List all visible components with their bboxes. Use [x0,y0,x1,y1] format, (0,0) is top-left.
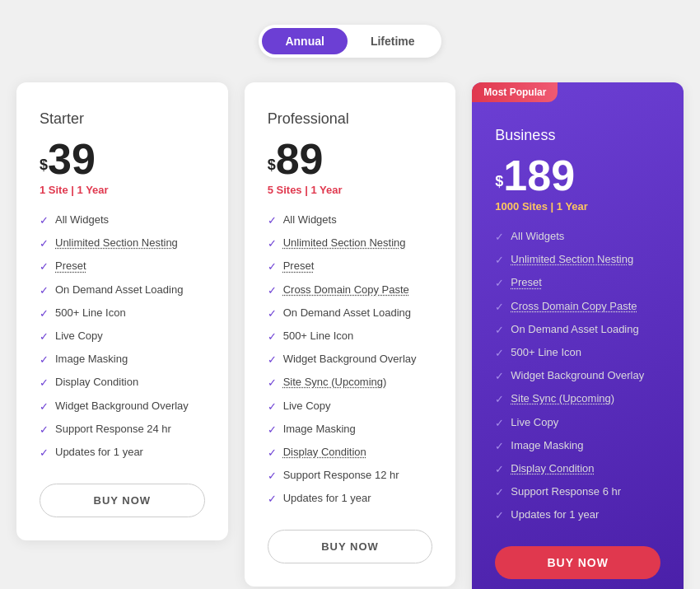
check-icon: ✓ [40,353,49,367]
check-icon: ✓ [495,416,504,431]
lifetime-toggle-btn[interactable]: Lifetime [348,28,438,54]
feature-item: ✓ Cross Domain Copy Paste [268,283,433,298]
price-row: $ 89 [268,138,433,180]
feature-item: ✓ Preset [495,275,660,291]
most-popular-badge: Most Popular [472,82,558,102]
buy-now-button[interactable]: BUY NOW [40,484,205,517]
check-icon: ✓ [268,446,277,460]
price-amount: 39 [48,138,96,180]
feature-text: All Widgets [511,229,564,244]
feature-text: Site Sync (Upcoming) [511,391,614,406]
currency-symbol: $ [495,173,503,190]
pricing-cards: Starter $ 39 1 Site | 1 Year ✓ All Widge… [16,82,684,589]
feature-text: Live Copy [283,399,331,414]
feature-text: 500+ Line Icon [511,345,581,360]
feature-item: ✓ Support Response 6 hr [495,484,660,500]
feature-text: Live Copy [55,329,103,344]
check-icon: ✓ [495,439,504,454]
feature-text: Preset [55,259,86,273]
feature-item: ✓ On Demand Asset Loading [268,306,433,321]
feature-text: Support Response 24 hr [55,422,171,437]
check-icon: ✓ [495,300,504,315]
plan-card-starter: Starter $ 39 1 Site | 1 Year ✓ All Widge… [16,82,228,540]
buy-now-button[interactable]: BUY NOW [495,546,660,579]
check-icon: ✓ [40,376,49,390]
check-icon: ✓ [268,376,277,390]
check-icon: ✓ [268,306,277,321]
check-icon: ✓ [495,369,504,384]
check-icon: ✓ [268,259,277,274]
feature-text: All Widgets [55,213,109,227]
check-icon: ✓ [268,353,277,367]
check-icon: ✓ [495,276,504,291]
feature-item: ✓ Support Response 24 hr [40,422,205,437]
feature-item: ✓ On Demand Asset Loading [40,283,205,298]
feature-item: ✓ 500+ Line Icon [268,329,433,344]
feature-item: ✓ Support Response 12 hr [268,468,433,484]
feature-text: On Demand Asset Loading [283,306,411,320]
check-icon: ✓ [40,306,49,321]
feature-text: Widget Background Overlay [283,352,417,367]
feature-text: Preset [283,259,315,273]
features-list: ✓ All Widgets ✓ Unlimited Section Nestin… [268,213,433,507]
feature-item: ✓ Unlimited Section Nesting [268,236,433,251]
features-list: ✓ All Widgets ✓ Unlimited Section Nestin… [495,229,660,523]
check-icon: ✓ [40,423,49,437]
price-row: $ 39 [40,138,205,180]
check-icon: ✓ [495,346,504,361]
feature-item: ✓ Live Copy [495,415,660,431]
currency-symbol: $ [268,157,276,174]
check-icon: ✓ [495,230,504,245]
feature-item: ✓ 500+ Line Icon [495,345,660,361]
check-icon: ✓ [40,259,49,274]
feature-text: Unlimited Section Nesting [283,236,406,250]
sites-label: 1 Site | 1 Year [40,184,205,196]
check-icon: ✓ [40,236,49,251]
feature-item: ✓ Updates for 1 year [495,507,660,523]
check-icon: ✓ [40,330,49,344]
billing-toggle: Annual Lifetime [259,25,441,58]
feature-item: ✓ Preset [268,259,433,274]
feature-item: ✓ Updates for 1 year [268,491,433,507]
feature-item: ✓ Display Condition [40,375,205,390]
check-icon: ✓ [495,485,504,500]
feature-text: Site Sync (Upcoming) [283,375,387,390]
feature-item: ✓ Image Masking [268,422,433,437]
check-icon: ✓ [40,213,49,228]
feature-item: ✓ All Widgets [40,213,205,228]
check-icon: ✓ [268,330,277,344]
feature-item: ✓ Cross Domain Copy Paste [495,299,660,315]
feature-item: ✓ Updates for 1 year [40,445,205,460]
feature-text: Widget Background Overlay [511,368,644,383]
feature-item: ✓ Image Masking [495,438,660,454]
feature-text: Display Condition [511,461,594,476]
plan-card-business: Most PopularBusiness $ 189 1000 Sites | … [472,82,684,589]
check-icon: ✓ [40,400,49,414]
annual-toggle-btn[interactable]: Annual [262,28,347,54]
feature-item: ✓ Preset [40,259,205,274]
buy-now-button[interactable]: BUY NOW [268,530,433,563]
feature-text: Widget Background Overlay [55,399,189,414]
check-icon: ✓ [495,392,504,407]
feature-item: ✓ Unlimited Section Nesting [40,236,205,251]
check-icon: ✓ [268,469,277,484]
feature-item: ✓ Display Condition [268,445,433,460]
feature-text: Updates for 1 year [55,445,143,460]
check-icon: ✓ [495,462,504,477]
feature-item: ✓ Site Sync (Upcoming) [268,375,433,390]
feature-text: 500+ Line Icon [283,329,354,344]
feature-text: On Demand Asset Loading [511,322,638,337]
check-icon: ✓ [40,283,49,298]
feature-text: Display Condition [283,445,366,460]
feature-item: ✓ Widget Background Overlay [40,399,205,414]
feature-item: ✓ Unlimited Section Nesting [495,252,660,268]
feature-text: Unlimited Section Nesting [55,236,178,250]
check-icon: ✓ [268,492,277,507]
check-icon: ✓ [268,283,277,298]
feature-text: Unlimited Section Nesting [511,252,633,267]
feature-item: ✓ On Demand Asset Loading [495,322,660,338]
plan-name: Professional [268,110,433,128]
currency-symbol: $ [40,157,48,174]
feature-item: ✓ Image Masking [40,352,205,367]
check-icon: ✓ [495,508,504,523]
